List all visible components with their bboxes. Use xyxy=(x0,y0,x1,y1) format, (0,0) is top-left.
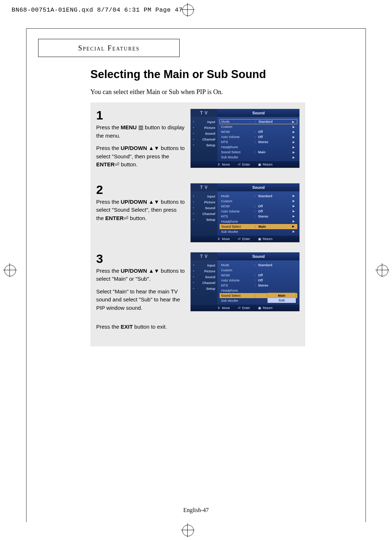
osd-sidebar: Input Picture Sound Channel Setup xyxy=(191,191,217,236)
osd-label: Headphone xyxy=(221,289,254,292)
osd-foot-enter: Enter xyxy=(238,306,250,310)
osd-side-item: Channel xyxy=(191,280,217,286)
osd-label: Custom xyxy=(221,268,254,272)
osd-screenshot-1: T V Sound Input Picture Sound Channel Se… xyxy=(191,109,299,168)
osd-sidebar: Input Picture Sound Channel Setup xyxy=(191,117,217,161)
osd-side-item: Sound xyxy=(191,205,217,211)
updown-icon: ▲▼ xyxy=(148,145,159,151)
osd-foot-return: Return xyxy=(258,237,273,241)
osd-label: MTS xyxy=(221,140,254,144)
osd-value: Off xyxy=(258,135,291,139)
osd-main: Mode:Standard▶ Custom▶ WOW:Off▶ Auto Vol… xyxy=(217,117,299,161)
osd-row: Mode:Standard xyxy=(220,263,297,268)
osd-row-selected: Mode:Standard▶ xyxy=(220,119,297,124)
osd-row: Headphone▶ xyxy=(220,219,297,224)
crop-mark-icon xyxy=(3,263,17,277)
osd-row: Auto Volume:Off xyxy=(220,278,297,283)
chevron-right-icon: ▶ xyxy=(291,194,296,198)
osd-label: Custom xyxy=(221,125,254,129)
page-subtitle: You can select either Main or Sub when P… xyxy=(90,88,308,96)
osd-side-item: Input xyxy=(191,263,217,268)
chevron-right-icon: ▶ xyxy=(291,156,296,159)
osd-label: Mode xyxy=(221,194,254,198)
osd-foot-enter: Enter xyxy=(238,163,250,166)
osd-tv-label: T V xyxy=(191,252,217,260)
page-title: Selecting the Main or Sub Sound xyxy=(90,68,308,81)
chevron-right-icon: ▶ xyxy=(291,135,296,139)
osd-footer: Move Enter Return xyxy=(191,236,299,242)
osd-row: Custom xyxy=(220,268,297,273)
osd-side-item: Setup xyxy=(191,142,217,148)
osd-row: MTS:Stereo xyxy=(220,283,297,288)
osd-side-item: Input xyxy=(191,119,217,125)
osd-foot-return: Return xyxy=(258,306,273,310)
step-instructions: Press the MENU ▥ button to display the m… xyxy=(96,123,185,169)
t: button. xyxy=(119,161,138,167)
enter-icon: ⏎ xyxy=(115,161,119,167)
chevron-right-icon: ▶ xyxy=(291,210,296,213)
osd-foot-return: Return xyxy=(258,163,273,166)
osd-screenshot-3: T V Sound Input Picture Sound Channel Se… xyxy=(191,252,299,311)
osd-foot-move: Move xyxy=(217,163,230,166)
osd-label: Sub Woofer xyxy=(221,230,254,234)
chevron-right-icon: ▶ xyxy=(291,215,296,218)
chevron-right-icon: ▶ xyxy=(291,225,295,228)
chevron-right-icon: ▶ xyxy=(291,146,296,149)
step-3: 3 Press the UP/DOWN ▲▼ buttons to select… xyxy=(96,252,299,336)
osd-foot-move: Move xyxy=(217,237,230,241)
osd-side-item: Picture xyxy=(191,125,217,131)
osd-row: Sub Woofer xyxy=(220,298,297,303)
osd-row: Sub Woofer▶ xyxy=(220,229,297,234)
osd-side-item: Picture xyxy=(191,199,217,205)
chevron-right-icon: ▶ xyxy=(291,199,296,203)
osd-side-item: Sound xyxy=(191,131,217,137)
osd-value: Standard xyxy=(258,263,296,267)
osd-row: Sub Woofer▶ xyxy=(220,155,297,160)
osd-label: Headphone xyxy=(221,220,254,223)
osd-row-selected: Sound Select: Main Sub xyxy=(220,293,297,298)
step-instructions: Press the UP/DOWN ▲▼ buttons to select "… xyxy=(96,267,185,331)
osd-row: Custom▶ xyxy=(220,199,297,204)
chevron-right-icon: ▶ xyxy=(291,125,296,129)
t: ENTER xyxy=(96,161,115,167)
t: button to exit. xyxy=(133,324,167,330)
enter-icon: ⏎ xyxy=(124,215,128,221)
t: EXIT xyxy=(121,324,133,330)
chevron-right-icon: ▶ xyxy=(291,141,296,144)
osd-value: Main xyxy=(258,225,291,228)
osd-side-item: Input xyxy=(191,194,217,199)
t: Press the xyxy=(96,145,121,151)
osd-label: Sound Select xyxy=(221,225,255,228)
updown-icon: ▲▼ xyxy=(148,199,159,205)
crop-mark-icon xyxy=(181,3,195,17)
osd-label: Sub Woofer xyxy=(221,299,254,303)
osd-title: Sound xyxy=(217,109,299,117)
osd-main: Mode:Standard Custom WOW:Off Auto Volume… xyxy=(217,260,299,305)
osd-label: Custom xyxy=(221,199,254,203)
t: button. xyxy=(128,215,147,221)
chevron-right-icon: ▶ xyxy=(291,220,296,223)
osd-value: Off xyxy=(258,204,291,208)
osd-label: Mode xyxy=(221,263,254,267)
step-instructions: Press the UP/DOWN ▲▼ buttons to select "… xyxy=(96,198,185,223)
osd-row: Custom▶ xyxy=(220,124,297,129)
osd-title: Sound xyxy=(217,252,299,260)
osd-submenu-option-selected: Main xyxy=(268,293,296,298)
osd-value: Off xyxy=(258,273,296,277)
crop-mark-icon xyxy=(375,263,389,277)
osd-label: WOW xyxy=(221,273,254,277)
t: Select "Main" to hear the main TV sound … xyxy=(96,288,185,312)
steps-panel: 1 Press the MENU ▥ button to display the… xyxy=(90,102,305,346)
crop-mark-icon xyxy=(181,523,195,537)
osd-label: Auto Volume xyxy=(221,279,254,282)
osd-side-item: Channel xyxy=(191,137,217,142)
t: Press the xyxy=(96,124,121,130)
osd-value: Off xyxy=(258,279,296,282)
osd-value: Off xyxy=(258,210,291,213)
t: Press the xyxy=(96,324,121,330)
osd-label: WOW xyxy=(221,204,254,208)
osd-row: Mode:Standard▶ xyxy=(220,194,297,199)
osd-row-selected: Sound Select:Main▶ xyxy=(220,224,297,229)
osd-main: Mode:Standard▶ Custom▶ WOW:Off▶ Auto Vol… xyxy=(217,191,299,236)
osd-row: WOW:Off▶ xyxy=(220,129,297,134)
